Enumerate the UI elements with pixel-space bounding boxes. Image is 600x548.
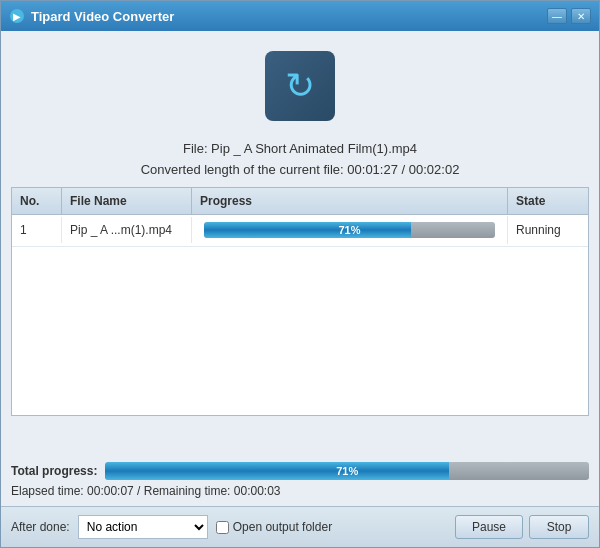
cell-progress: 71% (192, 216, 508, 244)
after-done-label: After done: (11, 520, 70, 534)
content-area: ↻ File: Pip _ A Short Animated Film(1).m… (1, 31, 599, 506)
convert-arrows-icon: ↻ (285, 65, 315, 107)
open-folder-checkbox[interactable] (216, 521, 229, 534)
icon-area: ↻ (1, 31, 599, 131)
file-info: File: Pip _ A Short Animated Film(1).mp4… (1, 131, 599, 187)
cell-no: 1 (12, 217, 62, 243)
files-table: No. File Name Progress State 1 Pip _ A .… (11, 187, 589, 416)
header-filename: File Name (62, 188, 192, 214)
row-progress-bar: 71% (204, 222, 495, 238)
header-no: No. (12, 188, 62, 214)
table-row: 1 Pip _ A ...m(1).mp4 71% Running (12, 215, 588, 247)
app-icon: ▶ (9, 8, 25, 24)
header-state: State (508, 188, 588, 214)
window-controls: — ✕ (547, 8, 591, 24)
footer-buttons: Pause Stop (455, 515, 589, 539)
main-window: ▶ Tipard Video Converter — ✕ ↻ File: Pip… (0, 0, 600, 548)
cell-filename: Pip _ A ...m(1).mp4 (62, 217, 192, 243)
row-progress-text: 71% (204, 222, 495, 238)
footer-bar: After done: No action Open output folder… (1, 506, 599, 547)
total-progress-text: 71% (105, 462, 589, 480)
close-button[interactable]: ✕ (571, 8, 591, 24)
open-folder-checkbox-wrapper: Open output folder (216, 520, 332, 534)
convert-icon-box: ↻ (265, 51, 335, 121)
open-folder-checkbox-label: Open output folder (233, 520, 332, 534)
after-done-select[interactable]: No action Open output folder Shut down H… (78, 515, 208, 539)
title-bar: ▶ Tipard Video Converter — ✕ (1, 1, 599, 31)
minimize-button[interactable]: — (547, 8, 567, 24)
stop-button[interactable]: Stop (529, 515, 589, 539)
total-progress-row: Total progress: 71% (11, 462, 589, 480)
elapsed-row: Elapsed time: 00:00:07 / Remaining time:… (11, 484, 589, 498)
cell-state: Running (508, 217, 588, 243)
total-progress-bar: 71% (105, 462, 589, 480)
bottom-section: Total progress: 71% Elapsed time: 00:00:… (1, 454, 599, 506)
header-progress: Progress (192, 188, 508, 214)
file-name-line: File: Pip _ A Short Animated Film(1).mp4 (1, 139, 599, 160)
total-progress-label: Total progress: (11, 464, 97, 478)
svg-text:▶: ▶ (13, 11, 21, 22)
window-title: Tipard Video Converter (31, 9, 547, 24)
converted-length-line: Converted length of the current file: 00… (1, 160, 599, 181)
pause-button[interactable]: Pause (455, 515, 523, 539)
table-body: 1 Pip _ A ...m(1).mp4 71% Running (12, 215, 588, 415)
table-header: No. File Name Progress State (12, 188, 588, 215)
